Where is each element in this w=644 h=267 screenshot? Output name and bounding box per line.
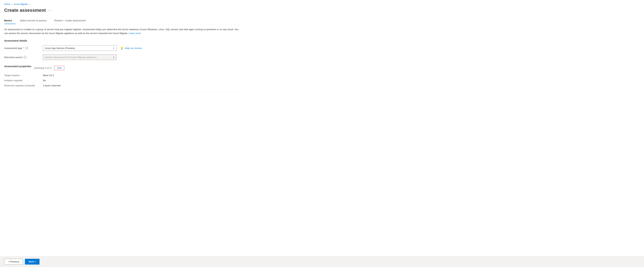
- required-star: *: [23, 47, 24, 49]
- previous-button[interactable]: < Previous: [4, 259, 23, 265]
- bulb-icon: 💡: [120, 46, 124, 50]
- discovery-source-dropdown: Servers discovered from Azure Migrate ap…: [43, 54, 116, 60]
- bottom-navigation: < Previous Next >: [0, 256, 644, 267]
- discovery-source-dropdown-arrow: ▼: [113, 56, 115, 58]
- discovery-source-info-icon[interactable]: i: [24, 56, 26, 59]
- assessment-details-section: Assessment details Assessment type * i A…: [4, 39, 242, 60]
- tab-select-servers[interactable]: Select servers to assess: [20, 17, 50, 24]
- assessment-type-dropdown-arrow: ▼: [113, 47, 115, 49]
- edit-button[interactable]: Edit: [54, 66, 64, 70]
- breadcrumb-sep1: >: [12, 3, 12, 5]
- assessment-properties-section: Assessment properties (Showing 3 of 7) E…: [4, 65, 242, 87]
- breadcrumb: Home > Azure Migrate >: [4, 3, 242, 5]
- property-value-reserved-capacity: 3 years reserved: [43, 84, 60, 87]
- discovery-source-controls: Servers discovered from Azure Migrate ap…: [43, 54, 116, 60]
- tab-review-create[interactable]: Review + create assessment: [54, 17, 89, 24]
- properties-header-row: Assessment properties (Showing 3 of 7) E…: [4, 65, 242, 71]
- assessment-type-dropdown[interactable]: Azure App Service (Preview) ▼: [43, 45, 116, 51]
- next-button[interactable]: Next >: [25, 259, 40, 265]
- page-title: Create assessment: [4, 7, 46, 13]
- property-row-target-location: Target location West US 2: [4, 74, 242, 77]
- assessment-type-label: Assessment type * i: [4, 47, 43, 49]
- tab-basics[interactable]: Basics: [4, 17, 16, 24]
- more-options-button[interactable]: ···: [48, 8, 52, 12]
- section-divider: [4, 92, 242, 92]
- help-me-choose-link[interactable]: 💡 Help me choose: [120, 46, 142, 50]
- tabs-container: Basics Select servers to assess Review +…: [4, 17, 242, 24]
- showing-label: (Showing 3 of 7): [34, 67, 52, 69]
- breadcrumb-azure-migrate[interactable]: Azure Migrate: [14, 3, 28, 5]
- breadcrumb-sep2: >: [29, 3, 30, 5]
- assessment-properties-header: Assessment properties: [4, 65, 32, 68]
- property-value-isolation-required: No: [43, 79, 46, 82]
- property-label-isolation-required: Isolation required: [4, 79, 43, 82]
- property-label-target-location: Target location: [4, 74, 43, 77]
- assessment-type-controls: Azure App Service (Preview) ▼ 💡 Help me …: [43, 45, 142, 51]
- property-row-reserved-capacity: Reserved capacity (compute) 3 years rese…: [4, 84, 242, 87]
- breadcrumb-home[interactable]: Home: [4, 3, 10, 5]
- assessment-details-header: Assessment details: [4, 39, 242, 42]
- learn-more-link[interactable]: Learn more.: [129, 32, 142, 34]
- assessment-type-field: Assessment type * i Azure App Service (P…: [4, 45, 242, 51]
- property-value-target-location: West US 2: [43, 74, 54, 77]
- property-row-isolation-required: Isolation required No: [4, 79, 242, 82]
- property-label-reserved-capacity: Reserved capacity (compute): [4, 84, 43, 87]
- discovery-source-field: Discovery source i Servers discovered fr…: [4, 54, 242, 60]
- description-text: An assessment is created on a group of s…: [4, 27, 241, 35]
- discovery-source-label: Discovery source i: [4, 56, 43, 59]
- page-title-row: Create assessment ···: [4, 7, 242, 13]
- assessment-type-info-icon[interactable]: i: [25, 47, 28, 49]
